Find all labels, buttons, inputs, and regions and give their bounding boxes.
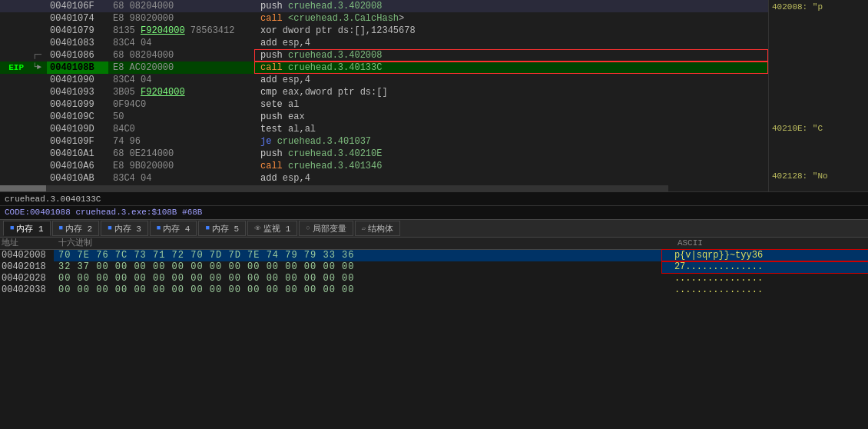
disasm-addr[interactable]: 0040109D	[47, 123, 108, 135]
disasm-instr[interactable]: call cruehead.3.40133C	[254, 62, 768, 74]
disasm-addr[interactable]: 00401083	[47, 37, 108, 49]
disasm-instr[interactable]: push cruehead.3.40210E	[254, 148, 768, 160]
mem-header-ascii: ASCII	[662, 238, 868, 250]
disasm-row[interactable]: 004010990F94C0sete al	[0, 98, 768, 111]
disasm-row[interactable]: 0040109F74 96je cruehead.3.401037	[0, 135, 768, 148]
disasm-table: 0040106F68 08204000push cruehead.3.40200…	[0, 0, 768, 191]
disasm-bytes: 74 96	[108, 135, 254, 148]
disasm-row[interactable]: 0040109C50push eax	[0, 111, 768, 123]
tab-icon: 👁	[254, 224, 261, 233]
tab-label: 内存 3	[114, 223, 141, 234]
status-text: cruehead.3.0040133C	[5, 195, 101, 204]
disasm-addr[interactable]: 0040106F	[47, 0, 108, 12]
code-line-text: CODE:00401088 cruehead.3.exe:$108B #68B	[5, 208, 202, 217]
disasm-addr[interactable]: 004010AB	[47, 172, 108, 185]
tab-内存 4[interactable]: ■内存 4	[150, 221, 197, 236]
disasm-arrow: └►	[27, 62, 47, 74]
disasm-addr[interactable]: 0040108B	[47, 62, 108, 74]
tab-监视 1[interactable]: 👁监视 1	[247, 221, 297, 236]
tab-局部变量[interactable]: ○局部变量	[299, 221, 353, 236]
tab-icon: ▱	[362, 224, 366, 233]
tab-内存 1[interactable]: ■内存 1	[3, 221, 51, 236]
disasm-addr[interactable]: 004010A1	[47, 148, 108, 160]
disasm-bytes: 83C4 04	[108, 74, 254, 86]
disasm-instr[interactable]: add esp,4	[254, 172, 768, 185]
tab-icon: ■	[157, 224, 161, 232]
disasm-instr[interactable]: add esp,4	[254, 74, 768, 86]
disasm-addr[interactable]: 004010A6	[47, 160, 108, 172]
sidebar-spacer-11	[772, 146, 865, 158]
mem-row-ascii: 27..............	[662, 261, 868, 273]
disasm-row[interactable]: 004010933B05 F9204000cmp eax,dword ptr d…	[0, 86, 768, 98]
eip-label	[0, 111, 27, 123]
disasm-addr[interactable]: 00401090	[47, 74, 108, 86]
disasm-row[interactable]: 00401074E8 98020000call <cruehead.3.Calc…	[0, 12, 768, 25]
disasm-instr[interactable]: push cruehead.3.402008	[254, 0, 768, 12]
disasm-row[interactable]: EIP└►0040108BE8 AC020000call cruehead.3.…	[0, 62, 768, 74]
disasm-arrow	[27, 0, 47, 12]
disasm-arrow	[27, 111, 47, 123]
memory-row[interactable]: 0040202800 00 00 00 00 00 00 00 00 00 00…	[0, 273, 868, 284]
disasm-addr[interactable]: 0040109C	[47, 111, 108, 123]
disasm-addr[interactable]: 00401079	[47, 25, 108, 37]
disasm-addr[interactable]: 00401093	[47, 86, 108, 98]
memory-row[interactable]: 0040201832 37 00 00 00 00 00 00 00 00 00…	[0, 261, 868, 273]
main-container: 0040106F68 08204000push cruehead.3.40200…	[0, 0, 868, 429]
disasm-main: 0040106F68 08204000push cruehead.3.40200…	[0, 0, 768, 191]
mem-row-addr: 00402008	[0, 250, 54, 262]
disasm-arrow: ┌─	[27, 49, 47, 62]
sidebar-spacer-9	[772, 111, 865, 123]
tab-label: 内存 5	[212, 223, 239, 234]
disasm-bytes: 0F94C0	[108, 98, 254, 111]
mem-header-addr: 地址	[0, 238, 54, 250]
disasm-addr[interactable]: 00401099	[47, 98, 108, 111]
tab-内存 3[interactable]: ■内存 3	[101, 221, 148, 236]
disasm-row[interactable]: 004010A168 0E214000push cruehead.3.40210…	[0, 148, 768, 160]
disasm-instr[interactable]: call cruehead.3.401346	[254, 160, 768, 172]
sidebar-spacer-12	[772, 158, 865, 171]
disasm-instr[interactable]: call <cruehead.3.CalcHash>	[254, 12, 768, 25]
disasm-row[interactable]: 0040106F68 08204000push cruehead.3.40200…	[0, 0, 768, 12]
tab-内存 2[interactable]: ■内存 2	[52, 221, 100, 236]
disasm-row[interactable]: 0040109D84C0test al,al	[0, 123, 768, 135]
tab-icon: ■	[59, 224, 63, 232]
disasm-arrow	[27, 123, 47, 135]
disasm-instr[interactable]: test al,al	[254, 123, 768, 135]
eip-label	[0, 148, 27, 160]
tab-icon: ■	[10, 224, 14, 232]
disasm-row[interactable]: 004010AB83C4 04add esp,4	[0, 172, 768, 185]
disasm-instr[interactable]: push eax	[254, 111, 768, 123]
tab-icon: ■	[205, 224, 209, 232]
disasm-bytes: E8 AC020000	[108, 62, 254, 74]
eip-label	[0, 86, 27, 98]
disasm-arrow	[27, 86, 47, 98]
scrollbar-thumb[interactable]	[0, 185, 46, 191]
disasm-row[interactable]: 004010A6E8 9B020000call cruehead.3.40134…	[0, 160, 768, 172]
memory-panel: 地址 十六进制 ASCII 0040200870 7E 76 7C 73 71 …	[0, 238, 868, 429]
memory-table: 地址 十六进制 ASCII 0040200870 7E 76 7C 73 71 …	[0, 238, 868, 296]
disasm-addr[interactable]: 0040109F	[47, 135, 108, 148]
eip-label	[0, 25, 27, 37]
disasm-addr[interactable]: 00401074	[47, 12, 108, 25]
tab-内存 5[interactable]: ■内存 5	[198, 221, 246, 236]
disasm-instr[interactable]: sete al	[254, 98, 768, 111]
memory-row[interactable]: 0040200870 7E 76 7C 73 71 72 70 7D 7D 7E…	[0, 250, 868, 262]
disasm-instr[interactable]: push cruehead.3.402008	[254, 49, 768, 62]
sidebar-spacer-10	[772, 134, 865, 146]
horizontal-scrollbar[interactable]	[0, 185, 668, 191]
mem-row-addr: 00402018	[0, 261, 54, 273]
disasm-row[interactable]: 0040108383C4 04add esp,4	[0, 37, 768, 49]
disasm-instr[interactable]: cmp eax,dword ptr ds:[]	[254, 86, 768, 98]
disasm-bytes: 83C4 04	[108, 172, 254, 185]
right-sidebar: 402008: "p 40210E: "C 402128: "No CSDN @…	[768, 0, 868, 191]
disasm-row[interactable]: 0040109083C4 04add esp,4	[0, 74, 768, 86]
disasm-row[interactable]: ┌─0040108668 08204000push cruehead.3.402…	[0, 49, 768, 62]
memory-row[interactable]: 0040203800 00 00 00 00 00 00 00 00 00 00…	[0, 284, 868, 296]
disasm-row[interactable]: 004010798135 F9204000 78563412xor dword …	[0, 25, 768, 37]
tab-结构体[interactable]: ▱结构体	[355, 221, 400, 236]
disasm-instr[interactable]: xor dword ptr ds:[],12345678	[254, 25, 768, 37]
disasm-addr[interactable]: 00401086	[47, 49, 108, 62]
eip-label	[0, 98, 27, 111]
disasm-instr[interactable]: je cruehead.3.401037	[254, 135, 768, 148]
disasm-instr[interactable]: add esp,4	[254, 37, 768, 49]
